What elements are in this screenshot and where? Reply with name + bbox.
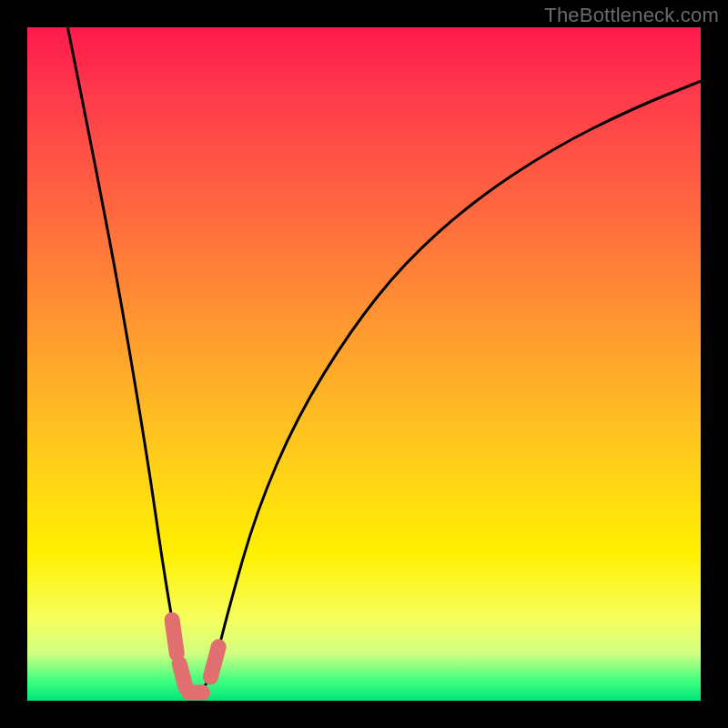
curve-markers bbox=[172, 620, 218, 693]
bottleneck-curve bbox=[67, 27, 701, 693]
left-segment-2 bbox=[179, 663, 186, 687]
left-segment-1 bbox=[172, 620, 177, 653]
right-segment bbox=[210, 647, 218, 677]
plot-area bbox=[27, 27, 701, 701]
chart-frame: TheBottleneck.com bbox=[0, 0, 728, 728]
curve-svg bbox=[27, 27, 701, 701]
watermark-text: TheBottleneck.com bbox=[544, 4, 719, 27]
